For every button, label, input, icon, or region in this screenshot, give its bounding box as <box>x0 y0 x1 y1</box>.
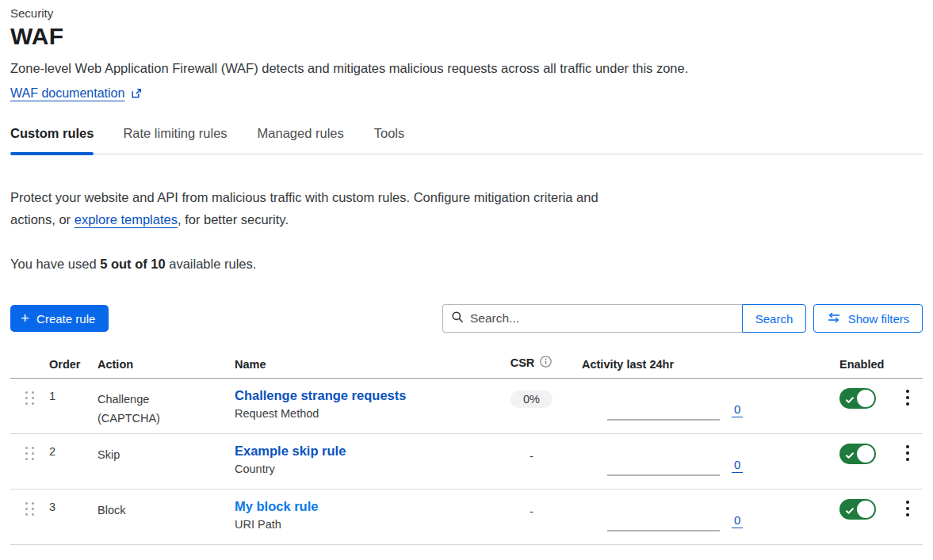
search-input[interactable] <box>470 311 734 326</box>
waf-page: Security WAF Zone-level Web Application … <box>0 6 933 545</box>
table-row: 2 Skip Example skip rule Country - 0 <box>10 434 923 490</box>
row-menu-button[interactable] <box>901 499 914 518</box>
tab-custom-rules[interactable]: Custom rules <box>10 126 94 154</box>
breadcrumb: Security <box>10 6 923 20</box>
csr-value: - <box>530 446 533 463</box>
rule-action: Skip <box>98 434 235 489</box>
row-menu-button[interactable] <box>901 444 914 463</box>
page-title: WAF <box>10 23 923 50</box>
rule-name-link[interactable]: Example skip rule <box>235 444 346 458</box>
rule-action-line2: (CAPTCHA) <box>98 409 235 428</box>
table-row: 1 Challenge (CAPTCHA) Challenge strange … <box>10 379 923 434</box>
drag-handle[interactable] <box>10 434 49 489</box>
rule-name-link[interactable]: My block rule <box>235 499 318 513</box>
rules-toolbar: + Create rule Search <box>10 304 923 333</box>
rule-action: Block <box>98 490 235 544</box>
custom-rules-table: Order Action Name CSR Activity last 24hr… <box>10 355 923 545</box>
header-order: Order <box>49 358 98 371</box>
table-header-row: Order Action Name CSR Activity last 24hr… <box>10 355 923 379</box>
create-rule-button[interactable]: + Create rule <box>10 305 109 332</box>
search-button[interactable]: Search <box>742 304 806 333</box>
drag-handle[interactable] <box>10 379 49 433</box>
activity-count-link[interactable]: 0 <box>732 402 743 417</box>
activity-sparkline <box>607 419 720 421</box>
table-row: 3 Block My block rule URI Path - 0 <box>10 490 923 545</box>
rule-order: 3 <box>49 490 98 544</box>
usage-count: 5 out of 10 <box>100 257 166 271</box>
drag-handle-icon <box>25 502 34 516</box>
rule-order: 1 <box>49 379 98 433</box>
enabled-toggle[interactable] <box>839 444 876 464</box>
csr-value: - <box>530 501 533 518</box>
usage-prefix: You have used <box>10 257 100 271</box>
enabled-toggle[interactable] <box>839 499 876 520</box>
drag-handle-icon <box>25 447 34 460</box>
usage-suffix: available rules. <box>166 257 257 271</box>
enabled-toggle[interactable] <box>839 388 876 409</box>
activity-count-link[interactable]: 0 <box>732 513 743 528</box>
explore-templates-link[interactable]: explore templates <box>75 212 178 227</box>
header-enabled: Enabled <box>827 358 892 371</box>
tab-managed-rules[interactable]: Managed rules <box>258 126 344 154</box>
show-filters-button[interactable]: Show filters <box>813 304 923 333</box>
info-icon[interactable] <box>539 355 553 371</box>
rule-field: URI Path <box>235 518 494 531</box>
rule-field: Country <box>235 463 494 475</box>
drag-handle-icon <box>25 391 34 405</box>
activity-count-link[interactable]: 0 <box>732 458 743 473</box>
rule-name-link[interactable]: Challenge strange requests <box>235 388 406 402</box>
create-rule-label: Create rule <box>36 312 95 326</box>
rules-usage-text: You have used 5 out of 10 available rule… <box>10 257 923 272</box>
external-link-icon <box>130 87 143 100</box>
checkmark-icon <box>845 394 855 408</box>
activity-sparkline <box>607 530 720 531</box>
checkmark-icon <box>845 505 855 519</box>
rule-action: Challenge (CAPTCHA) <box>98 379 235 433</box>
plus-icon: + <box>21 310 29 326</box>
rule-action-line1: Challenge <box>98 390 235 409</box>
header-name: Name <box>235 358 494 371</box>
header-csr: CSR <box>510 356 535 369</box>
rule-action-line1: Block <box>98 501 235 520</box>
header-action: Action <box>98 358 235 371</box>
tab-tools[interactable]: Tools <box>374 126 405 154</box>
tab-rate-limiting-rules[interactable]: Rate limiting rules <box>123 126 227 154</box>
swap-arrows-icon <box>827 312 841 326</box>
rule-field: Request Method <box>235 407 494 420</box>
waf-tabs: Custom rules Rate limiting rules Managed… <box>10 126 923 154</box>
header-activity: Activity last 24hr <box>569 358 827 371</box>
rule-order: 2 <box>49 434 98 489</box>
custom-rules-intro: Protect your website and API from malici… <box>10 186 598 230</box>
rule-action-line1: Skip <box>98 445 235 464</box>
waf-documentation-link[interactable]: WAF documentation <box>10 86 124 101</box>
page-description: Zone-level Web Application Firewall (WAF… <box>10 61 923 76</box>
checkmark-icon <box>845 449 855 463</box>
search-icon <box>451 310 464 326</box>
search-combo: Search <box>442 304 806 333</box>
csr-badge: 0% <box>510 390 553 408</box>
row-menu-button[interactable] <box>901 388 914 407</box>
intro-text-after: , for better security. <box>178 212 289 227</box>
drag-handle[interactable] <box>10 490 49 544</box>
activity-sparkline <box>607 474 720 476</box>
show-filters-label: Show filters <box>848 312 910 326</box>
